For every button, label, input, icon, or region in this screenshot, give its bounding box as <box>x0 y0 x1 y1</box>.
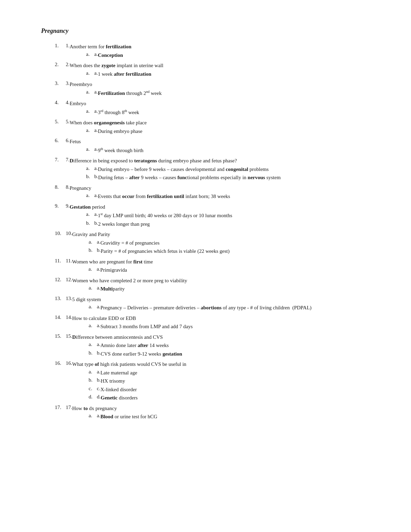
sub-item: a. 1 week after fertilization <box>86 70 377 78</box>
sub-letter: a. <box>97 285 100 291</box>
sub-item: a. Fertilization through 2nd week <box>86 89 377 97</box>
list-number: 7. <box>66 157 70 163</box>
sub-letter: d. <box>97 394 101 400</box>
list-number: 16. <box>66 360 72 366</box>
list-item: 5. When does organogenesis take place a.… <box>55 119 377 136</box>
sub-item: d. Genetic disorders <box>89 394 377 402</box>
item-text: Women who have completed 2 or more preg … <box>72 277 377 285</box>
item-text: How to calculate EDD or EDB <box>72 314 377 322</box>
list-number: 4. <box>66 100 70 106</box>
list-item: 17. How to dx pregnancy a. Blood or urin… <box>55 405 377 421</box>
item-text: Gestation period <box>70 203 377 211</box>
sub-item: a. Amnio done later after 14 weeks <box>89 342 377 349</box>
sub-letter: a. <box>94 127 98 133</box>
sub-item: a. During embryo – before 9 weeks – caus… <box>86 165 377 173</box>
list-item: 4. Embryo a. 3rd through 8th week <box>55 100 377 117</box>
sub-letter: a. <box>94 146 98 152</box>
item-text: How to dx pregnancy <box>72 405 377 412</box>
sub-letter: a. <box>97 266 100 272</box>
sub-letter: a. <box>94 108 98 114</box>
sub-letter: a. <box>97 304 100 310</box>
sub-letter: a. <box>94 70 98 76</box>
sub-letter: a. <box>97 413 100 419</box>
list-number: 11. <box>66 258 72 264</box>
sub-item: c. X-linked disorder <box>89 386 377 394</box>
sub-item: b. During fetus – after 9 weeks – causes… <box>86 174 377 182</box>
item-text: Pregnancy <box>70 184 377 192</box>
sub-letter: a. <box>97 369 100 375</box>
sub-item: b. CVS done earlier 9-12 weeks gestation <box>89 350 377 358</box>
sub-item: a. Primigravida <box>88 266 377 274</box>
list-number: 17. <box>66 405 72 410</box>
item-text: What type of high risk patients would CV… <box>72 360 377 368</box>
list-number: 13. <box>66 296 72 301</box>
sub-letter: c. <box>97 386 100 392</box>
sub-item: a. 3rd through 8th week <box>86 108 377 116</box>
sub-item: a. Pregnancy – Deliveries – premature de… <box>89 304 377 312</box>
item-text: Women who are pregnant for first time <box>72 258 377 266</box>
list-item: 10. Gravity and Parity a. Gravidity = # … <box>55 231 377 256</box>
sub-item: b. 2 weeks longer than preg <box>86 220 377 228</box>
list-number: 6. <box>66 138 70 144</box>
item-text: Difference between amniocentesis and CVS <box>72 333 377 341</box>
list-item: 2. When does the zygote implant in uteri… <box>55 62 377 78</box>
list-item: 15. Difference between amniocentesis and… <box>55 333 377 359</box>
list-number: 9. <box>66 203 70 209</box>
list-number: 8. <box>66 184 70 190</box>
list-number: 1. <box>66 43 70 49</box>
list-item: 11. Women who are pregnant for first tim… <box>55 258 377 275</box>
list-number: 2. <box>66 62 70 67</box>
list-item: 1. Another term for fertilization a. Con… <box>55 43 377 60</box>
sub-item: b. HX trisomy <box>89 377 377 385</box>
item-text: Difference in being exposed to teratogen… <box>70 157 377 165</box>
item-text: Preembryo <box>70 81 377 88</box>
list-item: 3. Preembryo a. Fertilization through 2n… <box>55 81 377 98</box>
sub-letter: a. <box>94 193 98 198</box>
list-item: 6. Fetus a. 9th week through birth <box>55 138 377 155</box>
sub-letter: b. <box>94 220 98 226</box>
item-text: When does the zygote implant in uterine … <box>70 62 377 70</box>
sub-letter: a. <box>94 89 98 95</box>
main-list: 1. Another term for fertilization a. Con… <box>41 43 377 421</box>
sub-letter: b. <box>97 247 101 253</box>
item-text: Fetus <box>70 138 377 146</box>
list-item: 16. What type of high risk patients woul… <box>55 360 377 403</box>
list-item: 9. Gestation period a. 1st day LMP until… <box>55 203 377 229</box>
list-number: 15. <box>66 333 72 339</box>
sub-item: a. Conception <box>86 51 377 59</box>
item-text: Another term for fertilization <box>70 43 377 51</box>
sub-letter: b. <box>97 377 101 383</box>
list-item: 12. Women who have completed 2 or more p… <box>55 277 377 294</box>
sub-item: a. Late maternal age <box>89 369 377 377</box>
list-item: 7. Difference in being exposed to terato… <box>55 157 377 182</box>
list-number: 5. <box>66 119 70 125</box>
sub-item: a. Subtract 3 months from LMP and add 7 … <box>89 323 377 331</box>
sub-letter: a. <box>97 323 100 329</box>
list-number: 14. <box>66 314 72 320</box>
sub-letter: b. <box>94 174 98 180</box>
page-title: Pregnancy <box>41 27 377 35</box>
item-text: When does organogenesis take place <box>70 119 377 127</box>
sub-item: a. 1st day LMP until birth; 40 weeks or … <box>86 211 377 220</box>
list-number: 12. <box>66 277 72 283</box>
item-text: Embryo <box>70 100 377 108</box>
list-item: 8. Pregnancy a. Events that occur from f… <box>55 184 377 201</box>
sub-letter: b. <box>97 350 101 356</box>
sub-item: a. 9th week through birth <box>86 146 377 154</box>
sub-item: a. Gravidity = # of pregnancies <box>89 239 377 247</box>
sub-item: a. Blood or urine test for hCG <box>89 413 377 421</box>
item-text: 5 digit system <box>72 296 377 304</box>
list-item: 14. How to calculate EDD or EDB a. Subtr… <box>55 314 377 331</box>
list-number: 3. <box>66 81 70 86</box>
sub-letter: a. <box>97 239 100 245</box>
sub-letter: a. <box>94 211 98 217</box>
list-number: 10. <box>66 231 72 236</box>
sub-item: a. Multiparity <box>89 285 377 293</box>
sub-item: a. Events that occur from fertilization … <box>86 193 377 200</box>
sub-item: a. During embryo phase <box>86 127 377 135</box>
item-text: Gravity and Parity <box>72 231 377 238</box>
sub-item: b. Parity = # of pregnancies which fetus… <box>89 247 377 255</box>
sub-letter: a. <box>94 51 98 57</box>
list-item: 13. 5 digit system a. Pregnancy – Delive… <box>55 296 377 312</box>
sub-letter: a. <box>97 342 100 347</box>
